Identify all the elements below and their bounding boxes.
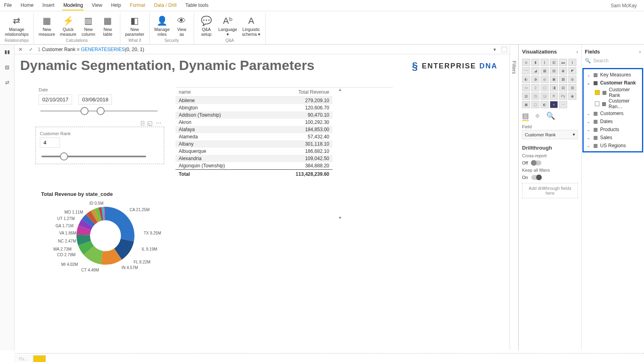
viz-type-10[interactable]: ◉: [559, 67, 567, 74]
report-view-icon[interactable]: ▮▮: [2, 47, 12, 57]
collapse-icon[interactable]: ›: [639, 49, 641, 55]
focus-icon[interactable]: ◱: [147, 120, 153, 126]
table-row[interactable]: Albany301,118.10: [175, 140, 332, 148]
rank-slider[interactable]: [41, 156, 146, 157]
date-slicer[interactable]: Date 02/10/2017 03/06/2018: [39, 87, 159, 117]
formula-cancel-icon[interactable]: ✕: [17, 46, 24, 53]
viz-type-23[interactable]: ▧: [568, 84, 576, 91]
table-row[interactable]: Addison (Township)90,470.10: [175, 111, 332, 119]
formula-dropdown-icon[interactable]: ▾: [491, 46, 498, 53]
date-handle-to[interactable]: [97, 107, 105, 115]
viz-type-12[interactable]: ◐: [522, 76, 530, 83]
table-scrollbar[interactable]: ▲ ▼: [336, 87, 344, 220]
viz-type-19[interactable]: ▯: [531, 84, 539, 91]
field-table-products[interactable]: ⌄▦Products: [584, 125, 641, 134]
field-customer-ran-[interactable]: ▦Customer Ran…: [584, 98, 641, 109]
checkbox[interactable]: [595, 90, 600, 95]
keep-filters-toggle[interactable]: [531, 175, 542, 180]
quick-measure[interactable]: ⚡Quick measure: [58, 14, 78, 37]
manage-roles[interactable]: 👤Manage roles: [153, 14, 171, 37]
filters-pane-collapsed[interactable]: Filters: [510, 45, 518, 350]
analytics-tab-icon[interactable]: 🔍: [546, 111, 555, 121]
viz-type-26[interactable]: ◲: [541, 93, 549, 100]
viz-type-21[interactable]: ◨: [550, 84, 558, 91]
chevron-down-icon[interactable]: ▾: [573, 132, 575, 137]
revenue-table[interactable]: nameTotal RevenueAbilene279,209.10Abingt…: [175, 87, 393, 178]
date-to[interactable]: 03/06/2018: [78, 95, 112, 105]
viz-type-9[interactable]: ▧: [550, 67, 558, 74]
viz-type-4[interactable]: ▬: [559, 59, 567, 66]
field-well[interactable]: Customer Rank ▾: [522, 130, 578, 139]
checkbox[interactable]: [595, 101, 599, 106]
table-row[interactable]: Akron100,292.30: [175, 119, 332, 126]
language[interactable]: AᵇLanguage ▾: [217, 14, 239, 37]
viz-type-3[interactable]: ▥: [550, 59, 558, 66]
viz-type-22[interactable]: ▤: [559, 84, 567, 91]
more-icon[interactable]: ⋯: [156, 120, 161, 126]
field-table-us-regions[interactable]: ⌄▦US Regions: [584, 142, 641, 150]
tab-data-drill[interactable]: Data / Drill: [153, 1, 178, 10]
viz-type-6[interactable]: 〰: [522, 67, 530, 74]
viz-type-25[interactable]: ◳: [531, 93, 539, 100]
tab-help[interactable]: Help: [110, 1, 122, 10]
rank-handle[interactable]: [60, 152, 68, 160]
viz-type-27[interactable]: R: [550, 93, 558, 100]
drillthrough-dropzone[interactable]: Add drillthrough fields here: [522, 183, 578, 198]
viz-type-30[interactable]: ▣: [522, 101, 530, 108]
field-table-dates[interactable]: ⌄▦Dates: [584, 117, 641, 125]
date-slider[interactable]: [40, 110, 158, 112]
tab-file[interactable]: File: [3, 1, 12, 10]
donut-chart[interactable]: Total Revenue by state_code CA 21.25MTX …: [41, 191, 178, 280]
formula-expand-icon[interactable]: [502, 47, 507, 52]
viz-type-17[interactable]: ◍: [568, 76, 576, 83]
linguistic-schema[interactable]: ALinguistic schema ▾: [240, 14, 262, 37]
viz-type-14[interactable]: ◎: [541, 76, 549, 83]
new-measure[interactable]: ▦New measure: [37, 14, 57, 37]
view-as[interactable]: 👁View as: [173, 14, 190, 37]
tab-table-tools[interactable]: Table tools: [185, 1, 209, 10]
collapse-icon[interactable]: ›: [576, 49, 578, 55]
data-view-icon[interactable]: ▤: [2, 62, 12, 72]
formula-commit-icon[interactable]: ✓: [27, 46, 35, 53]
fields-tab-icon[interactable]: ▤: [522, 111, 529, 121]
viz-type-33[interactable]: ■: [550, 101, 558, 108]
field-table-customers[interactable]: ⌄▦Customers: [584, 109, 641, 117]
scroll-down-icon[interactable]: ▼: [338, 216, 342, 220]
field-table-customer-rank[interactable]: ⌄▦Customer Rank: [584, 79, 641, 87]
viz-type-15[interactable]: ▣: [550, 76, 558, 83]
tab-insert[interactable]: Insert: [41, 1, 55, 10]
formula-text[interactable]: 1 Customer Rank = GENERATESERIES(0, 20, …: [38, 47, 488, 52]
table-row[interactable]: Albuquerque186,682.10: [175, 148, 332, 155]
viz-type-2[interactable]: ⫿: [541, 59, 549, 66]
tab-view[interactable]: View: [91, 1, 103, 10]
tab-modeling[interactable]: Modeling: [62, 1, 84, 10]
table-row[interactable]: Alameda57,432.40: [175, 133, 332, 140]
viz-type-24[interactable]: ▥: [522, 93, 530, 100]
date-from[interactable]: 02/10/2017: [39, 95, 72, 105]
viz-type-7[interactable]: ◢: [531, 67, 539, 74]
field-table-key-measures[interactable]: ⌄▦Key Measures: [584, 71, 641, 79]
tab-home[interactable]: Home: [20, 1, 34, 10]
scroll-up-icon[interactable]: ▲: [338, 87, 342, 92]
table-row[interactable]: Algonquin (Township)384,888.20: [175, 162, 332, 170]
model-view-icon[interactable]: ⇄: [2, 78, 12, 87]
viz-type-5[interactable]: ⫿: [568, 59, 576, 66]
fields-search[interactable]: 🔍 Search: [585, 58, 641, 66]
viz-type-11[interactable]: ◤: [568, 67, 576, 74]
page-tab-active[interactable]: [33, 355, 45, 362]
format-tab-icon[interactable]: ⟐: [535, 111, 540, 121]
viz-type-34[interactable]: ⋯: [559, 101, 567, 108]
table-row[interactable]: Abington120,606.70: [175, 104, 332, 111]
viz-type-13[interactable]: ◑: [531, 76, 539, 83]
table-row[interactable]: Alafaya184,853.00: [175, 126, 332, 133]
cross-report-toggle[interactable]: [531, 160, 541, 165]
qa-setup[interactable]: 💬Q&A setup: [197, 14, 215, 37]
table-row[interactable]: Abilene279,209.10: [175, 97, 332, 105]
filter-icon[interactable]: ⍄: [141, 120, 144, 126]
page-tab-1[interactable]: Pa…: [14, 355, 33, 362]
viz-type-20[interactable]: ▢: [541, 84, 549, 91]
viz-type-16[interactable]: ▦: [559, 76, 567, 83]
viz-type-18[interactable]: ▭: [522, 84, 530, 91]
date-handle-from[interactable]: [80, 107, 89, 115]
field-table-sales[interactable]: ⌄▦Sales: [584, 134, 641, 142]
